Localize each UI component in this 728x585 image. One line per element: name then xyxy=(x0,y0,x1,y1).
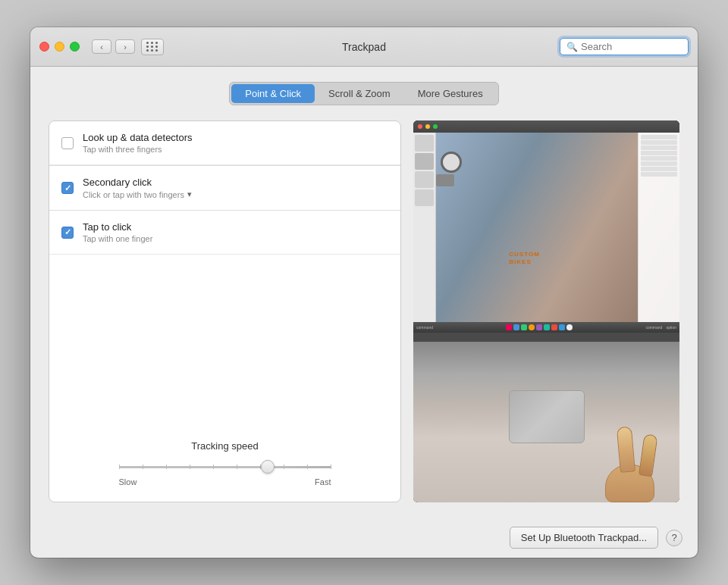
mockup-kb-bar xyxy=(413,333,679,342)
mockup-thumb-4 xyxy=(415,189,434,206)
mockup-cmd-left: command xyxy=(416,325,433,330)
option-subtitle-secondary: Click or tap with two fingers xyxy=(83,190,184,199)
mockup-close xyxy=(418,124,422,129)
tracking-title: Tracking speed xyxy=(191,440,258,452)
dropdown-chevron[interactable]: ▾ xyxy=(187,189,192,199)
option-text-tap: Tap to click Tap with one finger xyxy=(83,221,388,243)
grid-icon xyxy=(146,42,158,52)
tab-point-click[interactable]: Point & Click xyxy=(231,84,315,103)
mockup-thumb-3 xyxy=(415,171,434,188)
preview-panel: CUSTOM BIKES xyxy=(413,120,679,502)
slider-line xyxy=(119,466,331,468)
slider-fast-label: Fast xyxy=(315,477,331,486)
window-title: Trackpad xyxy=(342,41,386,53)
mockup-dock-icons xyxy=(506,324,573,330)
slider-thumb[interactable] xyxy=(261,460,275,474)
tab-scroll-zoom[interactable]: Scroll & Zoom xyxy=(315,84,404,103)
mockup-main: CUSTOM BIKES xyxy=(436,133,679,322)
tab-group: Point & Click Scroll & Zoom More Gesture… xyxy=(229,82,498,105)
close-button[interactable] xyxy=(39,42,49,52)
help-button[interactable]: ? xyxy=(666,530,682,546)
mockup-titlebar xyxy=(413,120,679,133)
trackpad-surface xyxy=(509,390,585,443)
minimize-button[interactable] xyxy=(55,42,64,52)
preferences-window: ‹ › Trackpad 🔍 Point & Click Scroll & Zo… xyxy=(30,27,698,558)
search-input[interactable] xyxy=(581,41,682,52)
nav-buttons: ‹ › xyxy=(92,39,135,54)
checkbox-secondary[interactable] xyxy=(61,182,74,194)
mac-screen: CUSTOM BIKES xyxy=(413,120,679,342)
main-panel: Look up & data detectors Tap with three … xyxy=(49,120,679,502)
mockup-thumb-1 xyxy=(415,135,434,152)
maximize-button[interactable] xyxy=(70,42,80,52)
option-subtitle-lookup: Tap with three fingers xyxy=(83,145,388,154)
slider-slow-label: Slow xyxy=(119,477,137,486)
tracking-section: Tracking speed xyxy=(49,425,400,502)
content-area: Point & Click Scroll & Zoom More Gesture… xyxy=(30,67,698,518)
search-icon: 🔍 xyxy=(566,42,578,52)
preview-image: CUSTOM BIKES xyxy=(413,120,679,502)
slider-labels: Slow Fast xyxy=(119,477,331,486)
option-title-tap: Tap to click xyxy=(83,221,388,233)
mockup-max xyxy=(433,124,438,129)
titlebar: ‹ › Trackpad 🔍 xyxy=(30,27,698,67)
checkbox-tap[interactable] xyxy=(61,227,74,239)
mockup-cmd-right: command option xyxy=(645,325,676,330)
checkbox-lookup[interactable] xyxy=(61,137,74,149)
back-button[interactable]: ‹ xyxy=(92,39,111,54)
spacer xyxy=(49,255,400,425)
setup-bluetooth-button[interactable]: Set Up Bluetooth Trackpad... xyxy=(510,527,658,549)
mockup-min xyxy=(425,124,430,129)
mockup-sidebar xyxy=(413,133,436,322)
forward-button[interactable]: › xyxy=(115,39,135,54)
option-text-lookup: Look up & data detectors Tap with three … xyxy=(83,132,388,154)
mockup-content: CUSTOM BIKES xyxy=(413,133,679,322)
tab-bar: Point & Click Scroll & Zoom More Gesture… xyxy=(49,82,679,105)
slider-track[interactable] xyxy=(119,459,331,474)
trackpad-area xyxy=(413,342,679,502)
trackpad-bg xyxy=(413,342,679,502)
mockup-overlay-text: CUSTOM BIKES xyxy=(509,251,540,265)
option-text-secondary: Secondary click Click or tap with two fi… xyxy=(83,177,388,199)
tab-more-gestures[interactable]: More Gestures xyxy=(404,84,497,103)
option-row-secondary: Secondary click Click or tap with two fi… xyxy=(49,165,400,211)
search-box[interactable]: 🔍 xyxy=(560,38,689,55)
grid-button[interactable] xyxy=(141,39,164,55)
traffic-lights xyxy=(39,42,80,52)
option-row-tap: Tap to click Tap with one finger xyxy=(49,211,400,255)
mockup-menu xyxy=(638,133,679,322)
bottom-bar: Set Up Bluetooth Trackpad... ? xyxy=(30,518,698,558)
option-title-secondary: Secondary click xyxy=(83,177,388,188)
slider-container: Slow Fast xyxy=(119,459,331,486)
arrow-pointer xyxy=(400,171,401,205)
option-row-lookup: Look up & data detectors Tap with three … xyxy=(49,121,400,165)
option-title-lookup: Look up & data detectors xyxy=(83,132,388,143)
settings-panel: Look up & data detectors Tap with three … xyxy=(49,120,401,502)
mockup-dock-bar: command xyxy=(413,322,679,333)
option-subtitle-tap: Tap with one finger xyxy=(83,234,388,243)
mockup-thumb-2 xyxy=(415,153,434,170)
